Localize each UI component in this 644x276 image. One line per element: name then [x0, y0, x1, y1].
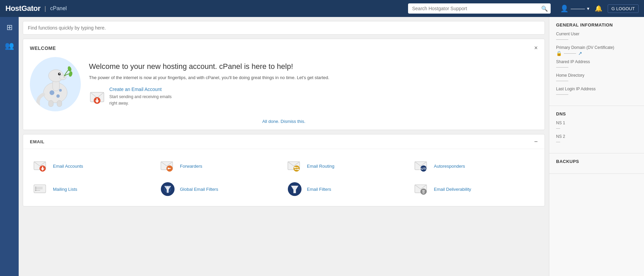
email-filters-icon	[287, 181, 303, 197]
mailing-lists-icon	[33, 181, 49, 197]
grid-item-mailing-lists[interactable]: Mailing Lists	[30, 178, 157, 201]
email-routing-icon	[287, 158, 303, 174]
email-deliverability-icon	[413, 181, 430, 197]
mailing-lists-label: Mailing Lists	[53, 187, 77, 192]
email-deliverability-label: Email Deliverability	[434, 187, 471, 192]
current-user-text: ———	[556, 37, 568, 42]
logout-g-icon: G	[611, 6, 615, 11]
global-email-filters-icon	[160, 181, 176, 197]
main-content: WELCOME ×	[19, 17, 549, 276]
dns-section: DNS NS 1 — NS 2 —	[549, 106, 644, 153]
home-directory-label: Home Directory	[556, 73, 637, 78]
grid-item-email-deliverability[interactable]: Email Deliverability	[411, 178, 538, 201]
sidebar-grid-icon[interactable]: ⊞	[4, 21, 15, 34]
email-grid: Email Accounts Forwarders	[23, 149, 545, 206]
logout-button[interactable]: G LOGOUT	[608, 4, 639, 13]
svg-point-41	[35, 190, 37, 191]
shared-ip-value: ———	[556, 65, 637, 70]
home-directory-text: ———	[556, 78, 568, 83]
svg-point-27	[293, 165, 299, 171]
general-info-title: GENERAL INFORMATION	[556, 22, 637, 27]
home-directory-row: Home Directory ———	[556, 73, 637, 83]
email-section-header: EMAIL −	[23, 134, 545, 149]
svg-point-6	[63, 76, 65, 78]
dns-title: DNS	[556, 111, 637, 116]
primary-domain-value: 🔒 ——— ↗	[556, 51, 637, 56]
action-create-email-desc: Start sending and receiving emailsright …	[109, 94, 171, 106]
email-section-title: EMAIL	[30, 139, 44, 144]
search-button[interactable]: 🔍	[541, 5, 548, 12]
notification-bell[interactable]: 🔔	[595, 5, 602, 12]
svg-point-52	[423, 192, 424, 193]
email-accounts-label: Email Accounts	[53, 164, 83, 169]
general-info-section: GENERAL INFORMATION Current User ——— Pri…	[549, 17, 644, 106]
user-menu[interactable]: 👤 ——— ▾	[560, 4, 589, 13]
last-login-value: ———	[556, 92, 637, 97]
function-search-input[interactable]	[28, 25, 540, 31]
grid-item-forwarders[interactable]: Forwarders	[157, 154, 284, 178]
sidebar-users-icon[interactable]: 👥	[3, 39, 16, 52]
svg-text:AUTO: AUTO	[420, 167, 428, 170]
user-dropdown-icon: ▾	[587, 6, 589, 11]
email-section: EMAIL − Email Accounts	[23, 134, 545, 206]
welcome-title: WELCOME	[30, 45, 56, 51]
forwarders-label: Forwarders	[180, 164, 202, 169]
shared-ip-text: ———	[556, 65, 568, 70]
lock-icon: 🔒	[556, 51, 562, 56]
action-create-email: Create an Email Account Start sending an…	[89, 87, 171, 106]
sidebar: ⊞ 👥	[0, 17, 19, 276]
last-login-label: Last Login IP Address	[556, 87, 637, 91]
dino-svg	[35, 60, 76, 108]
svg-rect-10	[49, 100, 53, 107]
brand-cpanel: cPanel	[50, 5, 67, 12]
svg-point-4	[59, 73, 60, 74]
email-action-icon	[89, 88, 105, 105]
grid-item-email-accounts[interactable]: Email Accounts	[30, 154, 157, 178]
grid-item-email-routing[interactable]: Email Routing	[284, 154, 411, 178]
svg-point-7	[50, 90, 54, 95]
user-icon: 👤	[560, 4, 569, 13]
forwarders-icon	[160, 158, 176, 174]
svg-point-12	[67, 66, 72, 72]
email-collapse-button[interactable]: −	[534, 139, 538, 145]
ns1-row: NS 1 —	[556, 121, 637, 131]
dino-illustration	[30, 57, 81, 111]
ns1-text: —	[556, 126, 560, 131]
nav-actions: 👤 ——— ▾ 🔔 G LOGOUT	[560, 4, 639, 13]
function-search-bar	[23, 21, 545, 35]
dismiss-link[interactable]: All done. Dismiss this.	[262, 119, 305, 124]
shared-ip-label: Shared IP Address	[556, 59, 637, 64]
email-accounts-icon	[33, 158, 49, 174]
home-directory-value: ———	[556, 78, 637, 83]
current-user-value: ———	[556, 37, 637, 42]
welcome-actions: Create an Email Account Start sending an…	[89, 87, 538, 106]
ns2-row: NS 2 —	[556, 134, 637, 144]
logout-label: LOGOUT	[616, 6, 635, 11]
ns2-label: NS 2	[556, 134, 637, 139]
external-link-icon[interactable]: ↗	[578, 51, 582, 56]
welcome-heading: Welcome to your new hosting account. cPa…	[89, 62, 538, 71]
primary-domain-label: Primary Domain (DV Certificate)	[556, 45, 637, 50]
grid-item-autoresponders[interactable]: AUTO Autoresponders	[411, 154, 538, 178]
primary-domain-text: ———	[564, 51, 576, 56]
shared-ip-row: Shared IP Address ———	[556, 59, 637, 70]
welcome-body: Welcome to your new hosting account. cPa…	[30, 57, 538, 111]
svg-point-8	[56, 94, 60, 98]
svg-rect-11	[57, 100, 62, 107]
welcome-footer: All done. Dismiss this.	[30, 118, 538, 124]
welcome-close-button[interactable]: ×	[534, 44, 538, 52]
right-panel: GENERAL INFORMATION Current User ——— Pri…	[549, 17, 644, 276]
brand-logo: HostGator	[5, 4, 40, 13]
primary-domain-row: Primary Domain (DV Certificate) 🔒 ——— ↗	[556, 45, 637, 56]
global-email-filters-label: Global Email Filters	[180, 187, 218, 192]
grid-item-global-email-filters[interactable]: Global Email Filters	[157, 178, 284, 201]
grid-item-email-filters[interactable]: Email Filters	[284, 178, 411, 201]
ns2-text: —	[556, 140, 560, 144]
email-routing-label: Email Routing	[307, 164, 334, 169]
action-create-email-text: Create an Email Account Start sending an…	[109, 87, 171, 106]
brand: HostGator | cPanel	[5, 4, 67, 13]
search-input[interactable]	[408, 3, 551, 14]
email-filters-label: Email Filters	[307, 187, 331, 192]
create-email-link[interactable]: Create an Email Account	[109, 87, 171, 92]
brand-divider: |	[44, 5, 46, 12]
